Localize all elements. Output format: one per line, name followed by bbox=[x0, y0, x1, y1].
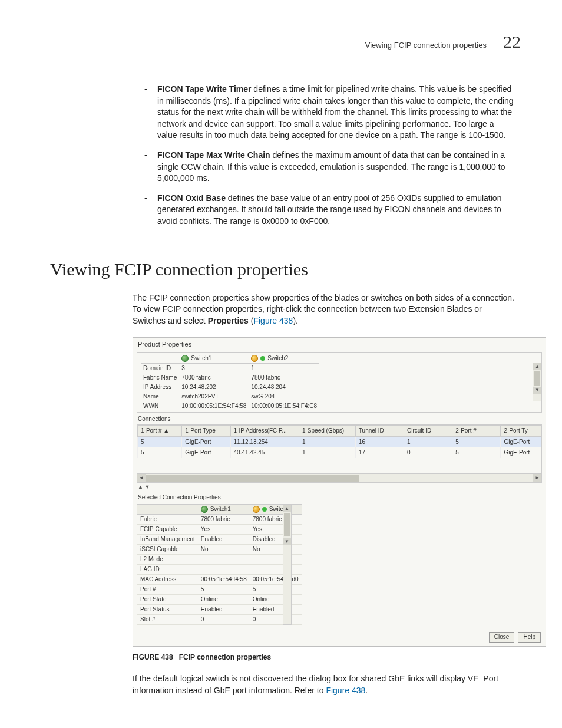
column-header[interactable]: 2-Port # bbox=[452, 425, 501, 436]
cell: 5 bbox=[452, 436, 501, 447]
table-row: MAC Address00:05:1e:54:f4:5800:05:1e:54:… bbox=[137, 575, 302, 585]
row-label: InBand Management bbox=[137, 535, 198, 545]
cell: GigE-Port bbox=[182, 447, 230, 458]
row-value: 10:00:00:05:1E:54:F4:58 bbox=[179, 401, 249, 411]
row-value: Enabled bbox=[198, 605, 250, 615]
row-value bbox=[198, 565, 250, 575]
horizontal-scrollbar[interactable]: ◄ ► bbox=[137, 473, 541, 482]
table-row: FCIP CapableYesYes bbox=[137, 525, 302, 535]
row-value: 10.24.48.204 bbox=[249, 383, 319, 392]
row-label: MAC Address bbox=[137, 575, 198, 585]
row-value: 3 bbox=[179, 363, 249, 373]
scroll-thumb[interactable] bbox=[146, 475, 359, 482]
row-label: Domain ID bbox=[141, 363, 179, 373]
row-label: Port Status bbox=[137, 605, 198, 615]
scroll-up-icon[interactable]: ▲ bbox=[533, 363, 541, 370]
vertical-scrollbar[interactable]: ▲ ▼ bbox=[283, 504, 292, 625]
row-value: 00:05:1e:54:f4:d0 bbox=[250, 575, 302, 585]
dash-icon: - bbox=[144, 84, 149, 141]
scroll-down-icon[interactable]: ▼ bbox=[533, 387, 541, 394]
row-value: 0 bbox=[250, 615, 302, 625]
table-row: Domain ID31 bbox=[141, 363, 319, 373]
row-value: switch202FVT bbox=[179, 392, 249, 401]
help-button[interactable]: Help bbox=[518, 632, 541, 643]
cell: 1 bbox=[299, 436, 355, 447]
row-value: Online bbox=[250, 595, 302, 605]
switch-icon bbox=[181, 355, 189, 362]
row-value: No bbox=[198, 545, 250, 555]
row-value: swG-204 bbox=[249, 392, 319, 401]
scroll-thumb[interactable] bbox=[534, 371, 540, 386]
page-header: Viewing FCIP connection properties 22 bbox=[50, 29, 527, 54]
row-value: Online bbox=[198, 595, 250, 605]
table-row: L2 Mode bbox=[137, 555, 302, 565]
column-header[interactable]: 2-Port Ty bbox=[501, 425, 541, 436]
row-value: 7800 fabric bbox=[250, 515, 302, 525]
online-icon bbox=[260, 356, 265, 361]
row-label: LAG ID bbox=[137, 565, 198, 575]
selected-connection-label: Selected Connection Properties bbox=[133, 491, 546, 503]
followup-paragraph: If the default logical switch is not dis… bbox=[133, 673, 515, 696]
row-label: Port # bbox=[137, 585, 198, 595]
column-header[interactable]: 1-Port # ▲ bbox=[138, 425, 182, 436]
row-label: L2 Mode bbox=[137, 555, 198, 565]
column-header[interactable]: 1-Speed (Gbps) bbox=[299, 425, 355, 436]
bullet-item: - FICON Oxid Base defines the base value… bbox=[144, 193, 515, 228]
table-row[interactable]: 5GigE-Port11.12.13.25411615GigE-Port bbox=[138, 436, 541, 447]
close-button[interactable]: Close bbox=[489, 632, 515, 643]
status-icon bbox=[253, 506, 260, 513]
table-row: iSCSI CapableNoNo bbox=[137, 545, 302, 555]
figure-link[interactable]: Figure 438 bbox=[253, 316, 293, 325]
bullet-item: - FICON Tape Write Timer defines a time … bbox=[144, 84, 515, 141]
row-label: Slot # bbox=[137, 615, 198, 625]
row-label: IP Address bbox=[141, 383, 179, 392]
row-value: 10.24.48.202 bbox=[179, 383, 249, 392]
figure-label: FIGURE 438 bbox=[133, 653, 173, 661]
cell: 5 bbox=[138, 436, 182, 447]
column-header[interactable]: 1-Port Type bbox=[182, 425, 230, 436]
row-value: 5 bbox=[250, 585, 302, 595]
cell: GigE-Port bbox=[182, 436, 230, 447]
column-header[interactable]: Circuit ID bbox=[404, 425, 452, 436]
switch1-header: Switch1 bbox=[210, 505, 231, 513]
bullet-bold: FICON Tape Write Timer bbox=[157, 84, 251, 94]
figure-caption: FIGURE 438 FCIP connection properties bbox=[133, 653, 527, 663]
chapter-number: 22 bbox=[503, 29, 521, 54]
scroll-up-icon[interactable]: ▲ bbox=[283, 505, 291, 512]
column-header[interactable]: Tunnel ID bbox=[355, 425, 404, 436]
scroll-down-icon[interactable]: ▼ bbox=[283, 538, 291, 545]
table-row: Nameswitch202FVTswG-204 bbox=[141, 392, 319, 401]
figure-text: FCIP connection properties bbox=[179, 653, 271, 661]
dialog-buttons: Close Help bbox=[133, 628, 546, 646]
online-icon bbox=[262, 507, 267, 512]
cell: 16 bbox=[355, 436, 404, 447]
switch2-header: Switch2 bbox=[267, 354, 288, 363]
product-properties-block: Switch1 Switch2 Domain ID31Fabric Name78… bbox=[137, 353, 541, 412]
cell: 40.41.42.45 bbox=[230, 447, 299, 458]
scroll-right-icon[interactable]: ► bbox=[533, 474, 541, 482]
row-value: 0 bbox=[198, 615, 250, 625]
vertical-scrollbar[interactable]: ▲ ▼ bbox=[533, 363, 541, 401]
bullet-bold: FICON Tape Max Write Chain bbox=[157, 150, 270, 160]
intro-text: The FCIP connection properties show prop… bbox=[133, 293, 514, 325]
row-value: Disabled bbox=[250, 535, 302, 545]
row-value: 5 bbox=[198, 585, 250, 595]
row-value: Yes bbox=[250, 525, 302, 535]
table-row: LAG ID bbox=[137, 565, 302, 575]
row-value: 7800 fabric bbox=[179, 373, 249, 383]
followup-post: . bbox=[365, 686, 368, 695]
switch-icon bbox=[201, 506, 208, 513]
row-value: 00:05:1e:54:f4:58 bbox=[198, 575, 250, 585]
cell: GigE-Port bbox=[501, 436, 541, 447]
table-row[interactable]: 5GigE-Port40.41.42.4511705GigE-Port bbox=[138, 447, 541, 458]
figure-link[interactable]: Figure 438 bbox=[326, 686, 365, 695]
scroll-thumb[interactable] bbox=[284, 513, 290, 536]
switch1-header: Switch1 bbox=[191, 354, 211, 363]
table-row: Slot #00 bbox=[137, 615, 302, 625]
sort-toggle[interactable]: ▲ ▼ bbox=[133, 483, 546, 492]
row-value: 7800 fabric bbox=[249, 373, 319, 383]
column-header[interactable]: 1-IP Address(FC P... bbox=[230, 425, 299, 436]
connections-table-wrap: 1-Port # ▲1-Port Type1-IP Address(FC P..… bbox=[137, 424, 542, 483]
table-row: WWN10:00:00:05:1E:54:F4:5810:00:00:05:1E… bbox=[141, 401, 319, 411]
scroll-left-icon[interactable]: ◄ bbox=[137, 474, 146, 482]
